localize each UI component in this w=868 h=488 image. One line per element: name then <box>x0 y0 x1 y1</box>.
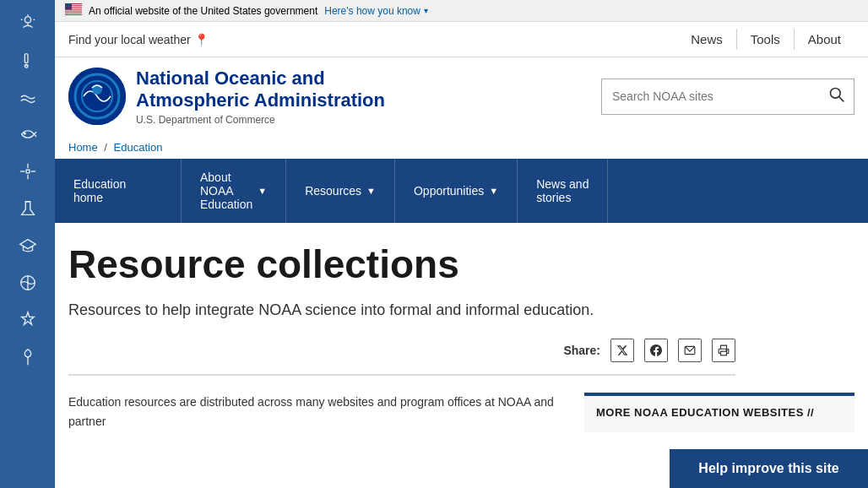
sidebar-icon-climate[interactable] <box>6 42 50 78</box>
breadcrumb-education[interactable]: Education <box>114 141 163 154</box>
sidebar-icon-food[interactable] <box>6 339 50 375</box>
breadcrumb-sep: / <box>104 141 107 154</box>
nav-link-news[interactable]: News <box>677 29 737 50</box>
sidebar-icon-education[interactable] <box>6 228 50 263</box>
svg-rect-24 <box>65 14 82 14</box>
search-bar <box>601 79 854 115</box>
search-button[interactable] <box>820 79 854 114</box>
content-left-text: Education resources are distributed acro… <box>68 393 567 431</box>
content-row: Education resources are distributed acro… <box>68 393 854 432</box>
tab-resources[interactable]: Resources ▼ <box>286 159 395 223</box>
noaa-logo <box>68 68 126 125</box>
sidebar-icon-fisheries[interactable] <box>6 117 50 152</box>
sidebar-icon-space[interactable] <box>6 302 50 338</box>
nav-link-tools[interactable]: Tools <box>737 29 795 50</box>
svg-point-34 <box>726 350 727 351</box>
more-noaa-title: MORE NOAA EDUCATION WEBSITES // <box>596 406 843 419</box>
header-nav: Find your local weather 📍 News Tools Abo… <box>55 22 868 57</box>
org-name: National Oceanic andAtmospheric Administ… <box>136 68 385 112</box>
svg-rect-22 <box>65 10 82 11</box>
share-twitter-icon[interactable] <box>610 339 634 362</box>
logo-search-bar: National Oceanic andAtmospheric Administ… <box>55 57 868 136</box>
sidebar-icon-research[interactable] <box>6 191 50 226</box>
content-right: MORE NOAA EDUCATION WEBSITES // <box>584 393 854 432</box>
top-banner: An official website of the United States… <box>55 0 868 22</box>
share-email-icon[interactable] <box>678 339 702 362</box>
svg-point-0 <box>24 17 30 23</box>
tab-opportunities[interactable]: Opportunities ▼ <box>395 159 518 223</box>
sidebar-icon-satellites[interactable] <box>6 154 50 189</box>
svg-line-31 <box>839 96 844 101</box>
search-input[interactable] <box>602 83 820 110</box>
help-improve-banner[interactable]: Help improve this site <box>670 449 868 488</box>
page-content: Resource collections Resources to help i… <box>55 223 868 447</box>
chevron-resources-icon: ▼ <box>366 186 376 196</box>
local-weather-link[interactable]: Find your local weather 📍 <box>68 33 209 46</box>
share-bar: Share: <box>68 339 735 376</box>
main-nav: Education home About NOAA Education ▼ Re… <box>55 159 868 223</box>
sidebar-icon-coasts[interactable] <box>6 265 50 301</box>
official-text: An official website of the United States… <box>89 5 317 17</box>
tab-education-home[interactable]: Education home <box>55 159 182 223</box>
svg-rect-33 <box>721 352 727 356</box>
more-noaa-box: MORE NOAA EDUCATION WEBSITES // <box>584 393 854 432</box>
logo-area: National Oceanic andAtmospheric Administ… <box>68 68 385 126</box>
top-nav-links: News Tools About <box>677 29 854 50</box>
org-sub: U.S. Department of Commerce <box>136 114 385 126</box>
svg-rect-25 <box>65 3 72 10</box>
share-facebook-icon[interactable] <box>644 339 668 362</box>
svg-rect-23 <box>65 12 82 13</box>
org-name-block: National Oceanic andAtmospheric Administ… <box>136 68 385 126</box>
share-label: Share: <box>563 344 600 357</box>
page-title: Resource collections <box>68 243 854 286</box>
left-sidebar <box>0 0 55 488</box>
nav-link-about[interactable]: About <box>795 29 854 50</box>
breadcrumb: Home / Education <box>55 136 868 159</box>
chevron-about-icon: ▼ <box>258 186 267 196</box>
sidebar-icon-ocean[interactable] <box>6 79 50 115</box>
svg-rect-5 <box>24 54 28 63</box>
page-subtitle: Resources to help integrate NOAA science… <box>68 299 727 322</box>
share-print-icon[interactable] <box>712 339 735 362</box>
us-flag-icon <box>65 3 82 18</box>
tab-news-stories[interactable]: News and stories <box>518 159 608 223</box>
tab-about-noaa[interactable]: About NOAA Education ▼ <box>182 159 286 223</box>
chevron-down-icon: ▾ <box>424 6 428 15</box>
svg-point-30 <box>831 88 841 98</box>
content-left: Education resources are distributed acro… <box>68 393 567 432</box>
svg-point-8 <box>24 133 25 134</box>
how-to-know-link[interactable]: Here's how you know ▾ <box>324 5 428 17</box>
sidebar-icon-weather[interactable] <box>6 5 50 41</box>
main-wrapper: An official website of the United States… <box>55 0 868 446</box>
svg-rect-9 <box>26 170 30 173</box>
breadcrumb-home[interactable]: Home <box>68 141 98 154</box>
chevron-opportunities-icon: ▼ <box>489 186 498 196</box>
location-pin-icon: 📍 <box>194 33 209 46</box>
